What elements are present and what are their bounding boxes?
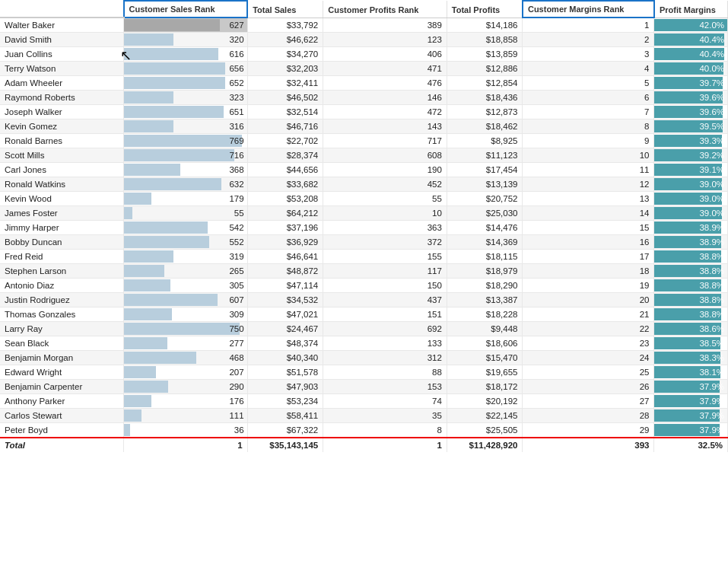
cell-profits-rank: 151 xyxy=(323,307,447,322)
cell-customer-name: Edward Wright xyxy=(0,365,124,380)
cell-profits-rank: 372 xyxy=(323,235,447,250)
table-container: Customer Sales Rank Total Sales Customer… xyxy=(0,0,728,583)
footer-total-profits: $11,428,920 xyxy=(447,438,523,452)
cell-total-sales: $34,270 xyxy=(247,47,323,62)
cell-total-sales: $46,716 xyxy=(247,119,323,134)
col-header-profit-margins[interactable]: Profit Margins xyxy=(654,1,728,18)
cell-margins-rank: 25 xyxy=(523,365,654,380)
cell-sales-rank: 316 xyxy=(124,119,248,134)
cell-total-profits: $13,139 xyxy=(447,177,523,192)
cell-total-profits: $18,228 xyxy=(447,307,523,322)
table-row: Benjamin Morgan468$40,340312$15,4702438.… xyxy=(0,351,728,365)
col-header-profits-rank[interactable]: Customer Profits Rank xyxy=(323,1,447,18)
table-row: James Foster55$64,21210$25,0301439.0% xyxy=(0,206,728,221)
cell-profits-rank: 55 xyxy=(323,192,447,206)
cell-margins-rank: 16 xyxy=(523,235,654,250)
cell-profits-rank: 88 xyxy=(323,365,447,380)
cell-total-sales: $58,411 xyxy=(247,409,323,423)
cell-sales-rank: 552 xyxy=(124,235,248,250)
cell-margins-rank: 22 xyxy=(523,322,654,336)
cell-total-sales: $67,322 xyxy=(247,423,323,438)
cell-total-sales: $51,578 xyxy=(247,365,323,380)
cell-sales-rank: 651 xyxy=(124,105,248,119)
cell-profit-margins: 39.5% xyxy=(654,119,728,134)
cell-profit-margins: 42.0% xyxy=(654,18,728,33)
table-row: Scott Mills716$28,374608$11,1231039.2% xyxy=(0,148,728,163)
cell-profits-rank: 389 xyxy=(323,18,447,33)
cell-profits-rank: 190 xyxy=(323,163,447,177)
footer-profits-rank: 1 xyxy=(323,438,447,452)
cell-total-profits: $18,436 xyxy=(447,91,523,105)
cell-total-sales: $33,682 xyxy=(247,177,323,192)
cell-customer-name: Carl Jones xyxy=(0,163,124,177)
cell-customer-name: Benjamin Morgan xyxy=(0,351,124,365)
cell-sales-rank: 769 xyxy=(124,134,248,148)
cell-total-sales: $64,212 xyxy=(247,206,323,221)
table-row: Juan Collins616$34,270406$13,859340.4% xyxy=(0,47,728,62)
cell-total-profits: $14,476 xyxy=(447,221,523,235)
cell-total-profits: $20,192 xyxy=(447,394,523,409)
table-row: Adam Wheeler652$32,411476$12,854539.7% xyxy=(0,76,728,91)
cell-customer-name: Bobby Duncan xyxy=(0,235,124,250)
cell-customer-name: David Smith xyxy=(0,33,124,47)
cell-total-sales: $32,411 xyxy=(247,76,323,91)
cell-profits-rank: 472 xyxy=(323,105,447,119)
cell-sales-rank: 36 xyxy=(124,423,248,438)
cell-sales-rank: 111 xyxy=(124,409,248,423)
cell-total-profits: $15,470 xyxy=(447,351,523,365)
table-row: Kevin Wood179$53,20855$20,7521339.0% xyxy=(0,192,728,206)
cell-sales-rank: 468 xyxy=(124,351,248,365)
cell-total-sales: $44,656 xyxy=(247,163,323,177)
cell-total-profits: $18,115 xyxy=(447,250,523,264)
cell-sales-rank: 542 xyxy=(124,221,248,235)
cell-profit-margins: 38.8% xyxy=(654,279,728,293)
cell-sales-rank: 320 xyxy=(124,33,248,47)
cell-margins-rank: 6 xyxy=(523,91,654,105)
cell-total-profits: $25,505 xyxy=(447,423,523,438)
cell-customer-name: Juan Collins xyxy=(0,47,124,62)
col-header-sales-rank[interactable]: Customer Sales Rank xyxy=(124,1,248,18)
cell-total-profits: $19,655 xyxy=(447,365,523,380)
cell-sales-rank: 652 xyxy=(124,76,248,91)
cell-total-profits: $12,854 xyxy=(447,76,523,91)
cell-profits-rank: 155 xyxy=(323,250,447,264)
cell-margins-rank: 17 xyxy=(523,250,654,264)
cell-sales-rank: 176 xyxy=(124,394,248,409)
cell-margins-rank: 29 xyxy=(523,423,654,438)
cell-total-profits: $18,290 xyxy=(447,279,523,293)
col-header-margins-rank[interactable]: Customer Margins Rank xyxy=(523,1,654,18)
cell-total-profits: $22,145 xyxy=(447,409,523,423)
cell-margins-rank: 27 xyxy=(523,394,654,409)
cell-profits-rank: 8 xyxy=(323,423,447,438)
cell-total-sales: $22,702 xyxy=(247,134,323,148)
cell-total-profits: $18,172 xyxy=(447,380,523,394)
cell-profits-rank: 312 xyxy=(323,351,447,365)
col-header-total-profits[interactable]: Total Profits xyxy=(447,1,523,18)
cell-sales-rank: 265 xyxy=(124,264,248,279)
cell-profit-margins: 38.8% xyxy=(654,264,728,279)
cell-customer-name: Ronald Barnes xyxy=(0,134,124,148)
cell-total-sales: $53,234 xyxy=(247,394,323,409)
cell-customer-name: Larry Ray xyxy=(0,322,124,336)
table-row: Raymond Roberts323$46,502146$18,436639.6… xyxy=(0,91,728,105)
cell-profit-margins: 39.6% xyxy=(654,105,728,119)
cell-profit-margins: 39.2% xyxy=(654,148,728,163)
cell-margins-rank: 13 xyxy=(523,192,654,206)
cell-customer-name: Ronald Watkins xyxy=(0,177,124,192)
cell-total-profits: $9,448 xyxy=(447,322,523,336)
cell-customer-name: Thomas Gonzales xyxy=(0,307,124,322)
cell-sales-rank: 616 xyxy=(124,47,248,62)
cell-margins-rank: 9 xyxy=(523,134,654,148)
cell-profit-margins: 37.9% xyxy=(654,380,728,394)
cell-profit-margins: 39.0% xyxy=(654,206,728,221)
cell-customer-name: Carlos Stewart xyxy=(0,409,124,423)
col-header-total-sales[interactable]: Total Sales xyxy=(247,1,323,18)
cell-total-profits: $17,454 xyxy=(447,163,523,177)
col-header-name[interactable] xyxy=(0,1,124,18)
cell-total-sales: $32,514 xyxy=(247,105,323,119)
cell-sales-rank: 179 xyxy=(124,192,248,206)
cell-profits-rank: 133 xyxy=(323,336,447,351)
cell-sales-rank: 207 xyxy=(124,365,248,380)
cell-profits-rank: 150 xyxy=(323,279,447,293)
table-row: Justin Rodriguez607$34,532437$13,3872038… xyxy=(0,293,728,307)
